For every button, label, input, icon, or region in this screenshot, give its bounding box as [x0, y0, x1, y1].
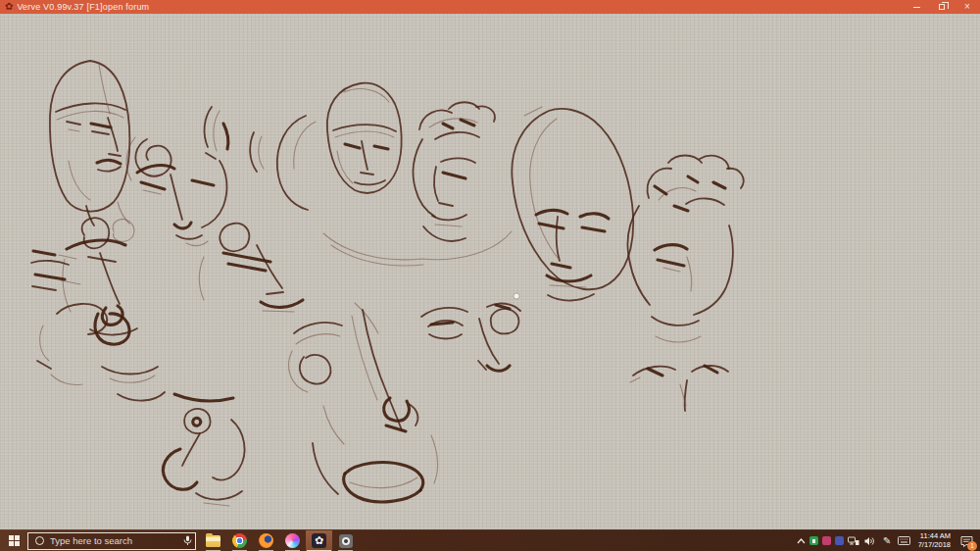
microphone-icon[interactable] — [179, 535, 195, 546]
restore-button[interactable] — [929, 0, 955, 14]
swirl-icon — [285, 533, 300, 548]
window-controls: × — [904, 0, 980, 14]
brush-cursor — [514, 293, 519, 299]
notification-badge: 1 — [967, 541, 977, 551]
taskbar-app-icons: ✿ — [200, 530, 359, 551]
face-sketch-12 — [421, 304, 520, 372]
face-sketch-8 — [323, 102, 542, 266]
taskbar-firefox[interactable] — [253, 530, 279, 551]
camera-lens-icon — [339, 534, 353, 548]
face-sketch-9 — [512, 109, 633, 301]
verve-flower-icon: ✿ — [312, 533, 326, 548]
window-title: Verve V0.99v.37 [F1]open forum — [17, 2, 149, 12]
network-icon[interactable] — [847, 530, 860, 551]
face-sketches — [0, 14, 980, 529]
drawing-canvas[interactable] — [0, 14, 980, 529]
close-button[interactable]: × — [955, 0, 980, 14]
face-sketch-11 — [289, 303, 438, 502]
clock-date: 7/17/2018 — [918, 541, 951, 550]
face-sketch-4 — [200, 224, 304, 312]
taskbar-clock[interactable]: 11:44 AM 7/17/2018 — [918, 532, 951, 549]
app-window: ✿ Verve V0.99v.37 [F1]open forum × — [0, 0, 980, 551]
face-sketch-7 — [327, 83, 402, 193]
taskbar-chrome[interactable] — [226, 530, 253, 551]
volume-icon[interactable] — [863, 530, 877, 551]
windows-logo-icon — [9, 535, 20, 546]
firefox-icon — [259, 533, 273, 548]
face-sketch-6 — [163, 394, 244, 506]
face-sketch-13 — [630, 366, 728, 411]
taskbar-swirl-app[interactable] — [279, 530, 306, 551]
taskbar-lens-app[interactable] — [332, 530, 359, 551]
minimize-button[interactable] — [904, 0, 929, 14]
action-center-button[interactable]: 1 — [956, 530, 977, 551]
restore-icon — [939, 4, 945, 10]
blue-app-icon[interactable] — [833, 530, 846, 551]
taskbar-file-explorer[interactable] — [200, 530, 226, 551]
green-app-icon[interactable] — [808, 530, 820, 551]
taskbar-verve-active[interactable]: ✿ — [306, 530, 332, 551]
start-button[interactable] — [0, 530, 27, 551]
face-sketch-partial-head — [250, 116, 316, 210]
titlebar[interactable]: ✿ Verve V0.99v.37 [F1]open forum × — [0, 0, 980, 14]
scribble-marks — [31, 251, 80, 290]
minimize-icon — [913, 7, 920, 8]
face-sketch-ear-fragment — [205, 107, 228, 159]
face-sketch-1 — [50, 61, 129, 225]
pink-app-icon[interactable] — [820, 530, 833, 551]
face-sketch-10 — [627, 156, 743, 343]
search-input[interactable] — [50, 535, 179, 546]
folder-icon — [206, 535, 220, 547]
verve-flower-icon: ✿ — [5, 2, 13, 12]
cortana-circle-icon — [35, 536, 44, 545]
show-hidden-icons-chevron[interactable] — [795, 530, 808, 551]
taskbar-search[interactable] — [27, 532, 196, 550]
close-icon: × — [964, 2, 970, 12]
system-tray: ✎ 11:44 AM 7/17/2018 1 — [795, 530, 980, 551]
touch-keyboard-icon[interactable] — [897, 530, 910, 551]
windows-ink-pen-icon[interactable]: ✎ — [880, 530, 894, 551]
taskbar: ✿ — [0, 529, 980, 551]
face-sketch-3 — [63, 218, 137, 334]
chrome-icon — [232, 533, 247, 548]
face-sketch-2 — [126, 137, 226, 245]
